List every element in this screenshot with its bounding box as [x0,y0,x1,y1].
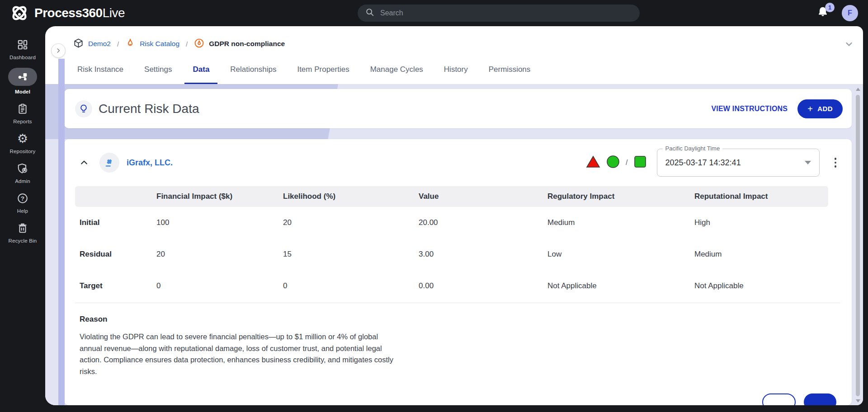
sidebar-item-repository[interactable]: ⚙ Repository [0,132,45,154]
collapse-panel-button[interactable] [78,156,90,169]
cell-reputational-impact: Medium [694,250,840,259]
sidebar-item-help[interactable]: ? Help [0,192,45,214]
tab-risk-instance[interactable]: Risk Instance [69,61,132,84]
header-actions: VIEW INSTRUCTIONS + ADD [711,99,843,118]
cell-financial-impact: 0 [156,281,283,290]
primary-button-partial[interactable] [804,393,836,405]
sidebar-item-label: Repository [10,149,36,154]
column-header: Value [419,192,547,201]
risk-triangle-indicator [586,155,600,170]
tab-bar: Risk Instance Settings Data Relationship… [45,61,863,84]
breadcrumb-link-risk-catalog[interactable]: Risk Catalog [140,40,179,48]
tab-permissions[interactable]: Permissions [481,61,539,84]
scrollbar-down-arrow[interactable] [856,399,860,403]
cell-regulatory-impact: Not Applicable [547,281,694,290]
reason-text: Violating the GDPR can lead to severe fi… [80,331,396,377]
sidebar-item-label: Model [15,89,30,94]
cell-likelihood: 15 [283,250,419,259]
help-icon: ? [17,192,28,205]
select-caret-icon [805,161,811,164]
secondary-button-partial[interactable] [762,393,796,405]
sidebar-item-label: Admin [15,178,30,184]
column-header: Reputational Impact [694,192,828,201]
breadcrumb-separator: / [115,40,121,48]
risk-table-header-row: Financial Impact ($k) Likelihood (%) Val… [75,186,828,207]
cell-financial-impact: 20 [156,250,283,259]
tab-manage-cycles[interactable]: Manage Cycles [362,61,431,84]
brand-title: Process360Live [34,6,125,20]
topbar-right: 1 F [816,5,861,21]
tab-data[interactable]: Data [184,61,217,84]
search-input[interactable] [380,9,632,17]
sidebar-item-label: Recycle Bin [9,238,37,243]
panel-header-right: / Pacific Daylight Time 2025-03-17 14:32… [586,149,839,177]
cell-reputational-impact: Not Applicable [694,281,840,290]
timestamp-select[interactable]: Pacific Daylight Time 2025-03-17 14:32:4… [657,149,820,177]
process360-logo-icon [10,4,29,23]
admin-shield-icon [17,162,28,175]
table-row-initial: Initial 100 20 20.00 Medium High [80,207,840,239]
user-avatar[interactable]: F [842,5,858,21]
cell-value: 3.00 [419,250,547,259]
collapsed-panel-strip [58,59,65,405]
sidebar-item-reports[interactable]: Reports [0,102,45,124]
top-bar: Process360Live 1 F [0,0,868,26]
tab-item-properties[interactable]: Item Properties [289,61,357,84]
cell-value: 20.00 [419,218,547,227]
cell-regulatory-impact: Low [547,250,694,259]
scrollbar-thumb[interactable] [856,95,860,396]
sidebar-item-label: Dashboard [9,55,36,60]
row-label: Residual [80,250,156,259]
chevron-down-icon[interactable] [844,39,854,49]
company-link[interactable]: iGrafx, LLC. [127,158,173,168]
row-label: Target [80,281,156,290]
risk-table-body: Initial 100 20 20.00 Medium High Residua… [64,207,852,302]
view-instructions-link[interactable]: VIEW INSTRUCTIONS [711,105,788,113]
reason-heading: Reason [80,315,840,324]
page-title: Current Risk Data [99,102,199,116]
column-header: Likelihood (%) [283,192,419,201]
risk-badge-icon [194,38,204,50]
risk-square-indicator [634,155,646,170]
breadcrumb-trail: Demo2 / Risk Catalog / [73,38,285,50]
brand: Process360Live [10,4,125,23]
panel-expander-button[interactable] [51,43,66,58]
sidebar-item-recycle-bin[interactable]: Recycle Bin [0,221,45,243]
process360-app: Process360Live 1 F [0,0,868,412]
sidebar-item-dashboard[interactable]: Dashboard [0,38,45,60]
flame-icon [125,38,135,50]
breadcrumb-link-demo2[interactable]: Demo2 [88,40,111,48]
search-icon [365,7,375,19]
sidebar-item-model[interactable]: Model [0,68,45,94]
gear-icon: ⚙ [17,132,28,145]
tab-settings[interactable]: Settings [136,61,180,84]
model-icon [8,68,37,86]
global-search[interactable] [358,5,640,22]
breadcrumb-separator: / [184,40,189,48]
cell-regulatory-impact: Medium [547,218,694,227]
tab-relationships[interactable]: Relationships [222,61,284,84]
sidebar-item-label: Help [17,208,28,214]
scrollbar-up-arrow[interactable] [856,88,860,91]
trash-icon [17,221,28,235]
table-row-residual: Residual 20 15 3.00 Low Medium [80,239,840,270]
indicator-separator: / [626,159,627,167]
sidebar-item-label: Reports [13,119,32,124]
plus-icon: + [807,104,813,113]
breadcrumb-current-item: GDPR non-compliance [209,40,285,48]
svg-text:?: ? [21,195,24,202]
kebab-menu-button[interactable] [832,155,840,170]
row-label: Initial [80,218,156,227]
add-button[interactable]: + ADD [797,99,843,118]
current-risk-data-header: Current Risk Data VIEW INSTRUCTIONS + AD… [64,89,852,128]
notifications-button[interactable]: 1 [816,5,830,21]
lightbulb-icon [75,100,92,117]
timezone-label: Pacific Daylight Time [663,145,723,152]
risk-table: Financial Impact ($k) Likelihood (%) Val… [75,186,840,207]
tab-history[interactable]: History [436,61,476,84]
gavel-icon [99,153,119,173]
reason-section: Reason Violating the GDPR can lead to se… [64,303,852,377]
breadcrumb: Demo2 / Risk Catalog / [45,26,863,61]
dashboard-icon [17,38,28,52]
sidebar-item-admin[interactable]: Admin [0,162,45,184]
